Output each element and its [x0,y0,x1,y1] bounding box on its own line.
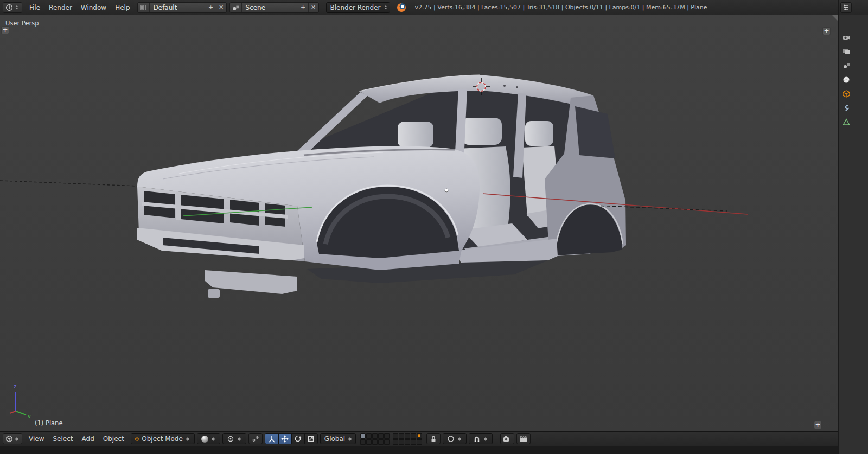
scale-icon [307,435,315,443]
tab-scene[interactable] [840,60,852,71]
tab-object[interactable] [840,88,852,99]
layers-group-left [360,433,390,445]
menu-help[interactable]: Help [111,0,134,15]
scene-selector: Scene + ✕ [229,2,319,13]
expand-sidebar-button[interactable]: + [822,27,831,35]
layer-cell[interactable] [360,433,366,439]
viewport-shading-select[interactable] [197,433,220,444]
editor-type-button[interactable] [3,2,22,13]
layer-cell[interactable] [378,433,384,439]
layer-cell[interactable] [393,439,398,445]
active-object-label: (1) Plane [35,419,63,427]
menu-select[interactable]: Select [48,432,77,446]
expand-toolshelf-button[interactable]: + [1,26,9,34]
manipulator-scale-button[interactable] [304,434,317,444]
camera-icon [503,435,512,443]
view-label: User Persp [5,20,39,27]
properties-editor-icon [843,4,850,11]
transform-orientation-select[interactable]: Global [320,433,356,444]
opengl-render-animation-button[interactable] [516,433,531,444]
menu-render[interactable]: Render [44,0,76,15]
delete-scene-button[interactable]: ✕ [308,3,318,12]
tab-render[interactable] [840,31,852,43]
updown-arrows-icon [457,436,462,443]
scene-tab-icon [843,62,850,69]
tab-modifiers[interactable] [840,102,852,113]
opengl-render-button[interactable] [500,433,514,444]
layer-cell[interactable] [384,433,390,439]
snap-select[interactable] [469,433,493,444]
clapperboard-icon [519,435,528,443]
layer-cell[interactable] [399,439,404,445]
render-layers-icon [843,48,850,55]
layer-cell[interactable] [360,439,366,445]
layer-cell[interactable] [417,439,422,445]
area-corner-handle[interactable] [832,15,838,21]
layer-cell[interactable] [372,433,378,439]
properties-editor-type-button[interactable] [840,2,852,13]
menu-view[interactable]: View [24,432,48,446]
layer-cell[interactable] [417,433,422,439]
screen-layout-icon[interactable] [138,3,150,12]
scene-id-icon[interactable] [230,3,242,12]
properties-tabs [839,15,868,127]
object-origin-dot [445,189,448,192]
plus-icon: + [815,421,820,429]
blender-logo-icon [397,3,406,12]
magnet-icon [473,435,481,443]
properties-editor-header [839,0,868,15]
orientation-value: Global [324,435,345,443]
layer-cell[interactable] [411,433,416,439]
updown-arrows-icon [186,436,190,443]
tab-world[interactable] [840,74,852,85]
tab-object-data[interactable] [840,116,852,127]
menu-add[interactable]: Add [78,432,99,446]
plus-icon: + [2,26,8,34]
layer-cell[interactable] [366,439,372,445]
layer-cell[interactable] [372,439,378,445]
gizmo-z-label: z [14,383,16,389]
layer-cell[interactable] [384,439,390,445]
tab-render-layers[interactable] [840,46,852,57]
viewport-3d[interactable]: User Persp (1) Plane z y + + + [0,15,838,431]
scene-stats-text: v2.75 | Verts:16,384 | Faces:15,507 | Tr… [415,4,707,11]
layer-cell[interactable] [411,439,416,445]
manipulator-group [265,433,318,444]
gizmo-x-axis [10,411,16,413]
viewport-editor-type-button[interactable] [3,433,22,444]
layer-cell[interactable] [366,433,372,439]
menu-window[interactable]: Window [76,0,111,15]
layer-cell[interactable] [405,439,410,445]
expand-region-button[interactable]: + [814,421,822,429]
manipulator-rotate-button[interactable] [291,434,304,444]
delete-screen-layout-button[interactable]: ✕ [216,3,226,12]
layer-cell[interactable] [405,433,410,439]
render-engine-value: Blender Render [330,4,381,11]
proportional-circle-icon [447,435,455,443]
object-mode-cube-icon [135,436,139,443]
menu-file[interactable]: File [25,0,44,15]
viewport-menubar: View Select Add Object [24,432,129,446]
wrench-icon [843,104,850,112]
menu-object[interactable]: Object [99,432,129,446]
car-model-mesh[interactable] [137,75,626,298]
add-scene-button[interactable]: + [298,3,308,12]
render-engine-select[interactable]: Blender Render [326,2,390,13]
mode-select[interactable]: Object Mode [131,433,195,444]
manipulator-translate-button[interactable] [278,434,291,444]
lock-to-scene-toggle[interactable] [426,433,441,444]
add-screen-layout-button[interactable]: + [206,3,216,12]
layer-cell[interactable] [399,433,404,439]
updown-arrows-icon [15,4,20,11]
shading-sphere-icon [201,436,208,443]
layer-cell[interactable] [378,439,384,445]
layer-cell[interactable] [393,433,398,439]
manipulate-center-points-toggle[interactable] [248,433,263,444]
viewport-scene[interactable] [0,15,838,431]
proportional-edit-select[interactable] [443,433,467,444]
manipulator-toggle-button[interactable] [265,434,278,444]
screen-layout-value[interactable]: Default [150,3,206,12]
pivot-point-select[interactable] [222,433,246,444]
screen-layout-selector: Default + ✕ [137,2,227,13]
scene-value[interactable]: Scene [242,3,298,12]
